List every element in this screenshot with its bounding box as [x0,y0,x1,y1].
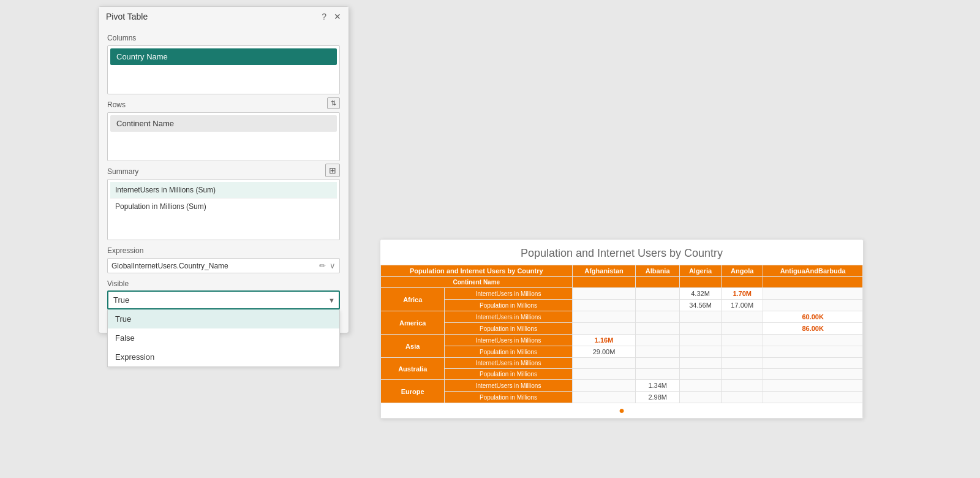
asia-pop-afghanistan: 29.00M [572,346,636,358]
america-pop-angola [722,323,763,335]
asia-internet-label: InternetUsers in Millions [445,335,572,346]
australia-pop-afghanistan [572,369,636,380]
europe-pop-algeria [679,392,721,403]
summary-label: Summary [107,167,138,176]
america-pop-antigua: 86.00K [763,323,863,335]
africa-internet-label: InternetUsers in Millions [445,288,572,300]
visible-section: Visible True False Expression ▼ True Fal… [107,279,340,309]
viz-title: Population and Internet Users by Country [380,240,863,265]
australia-internet-angola [722,358,763,369]
dialog-title: Pivot Table [106,12,148,21]
europe-internet-label: InternetUsers in Millions [445,380,572,392]
col-sub-antigua [763,277,863,288]
america-internet-albania [636,311,680,323]
close-icon[interactable]: ✕ [334,12,341,21]
europe-internet-afghanistan [572,380,636,392]
col-header-afghanistan: Afghanistan [572,265,636,277]
expression-input-wrap: ✏ ∨ [107,258,340,273]
america-internet-antigua: 60.00K [763,311,863,323]
internet-users-summary-item[interactable]: InternetUsers in Millions (Sum) [110,182,337,199]
asia-internet-antigua [763,335,863,346]
visible-label: Visible [107,279,340,288]
africa-internet-algeria: 4.32M [679,288,721,300]
europe-label: Europe [381,380,445,403]
sub-header-continent: Continent Name [381,277,573,288]
asia-internet-albania [636,335,680,346]
expression-section: Expression ✏ ∨ [107,246,340,273]
dropdown-option-expression[interactable]: Expression [108,347,339,366]
table-row-america-internet: America InternetUsers in Millions 60.00K [381,311,863,323]
col-sub-albania [636,277,680,288]
rows-section-header: Rows ⇅ [107,94,340,112]
australia-population-label: Population in Millions [445,369,572,380]
africa-internet-albania [636,288,680,300]
expand-icon[interactable]: ∨ [330,261,336,270]
table-row-europe-internet: Europe InternetUsers in Millions 1.34M [381,380,863,392]
dropdown-options: True False Expression [107,309,340,367]
table-main-header: Population and Internet Users by Country [381,265,573,277]
africa-population-label: Population in Millions [445,300,572,311]
africa-pop-angola: 17.00M [722,300,763,311]
america-pop-algeria [679,323,721,335]
group-button[interactable]: ⊞ [325,164,340,177]
europe-internet-angola [722,380,763,392]
columns-box: Country Name [107,45,340,94]
asia-pop-angola [722,346,763,358]
group-icon: ⊞ [329,165,336,175]
asia-internet-algeria [679,335,721,346]
europe-pop-albania: 2.98M [636,392,680,403]
america-pop-afghanistan [572,323,636,335]
dialog-controls: ? ✕ [322,12,341,21]
africa-internet-angola: 1.70M [722,288,763,300]
australia-pop-angola [722,369,763,380]
australia-pop-antigua [763,369,863,380]
rows-label: Rows [107,101,126,109]
dropdown-option-true[interactable]: True [108,309,339,328]
continent-name-chip[interactable]: Continent Name [110,115,337,132]
asia-pop-albania [636,346,680,358]
asia-pop-algeria [679,346,721,358]
summary-box: InternetUsers in Millions (Sum) Populati… [107,179,340,240]
col-sub-angola [722,277,763,288]
europe-pop-antigua [763,392,863,403]
rows-box: Continent Name [107,112,340,161]
australia-internet-label: InternetUsers in Millions [445,358,572,369]
country-name-chip[interactable]: Country Name [110,48,337,65]
pivot-table: Population and Internet Users by Country… [380,265,863,419]
europe-internet-algeria [679,380,721,392]
australia-internet-antigua [763,358,863,369]
table-header-row-2: Continent Name [381,277,863,288]
edit-icon[interactable]: ✏ [319,261,326,270]
asia-population-label: Population in Millions [445,346,572,358]
australia-pop-algeria [679,369,721,380]
europe-internet-antigua [763,380,863,392]
america-internet-afghanistan [572,311,636,323]
america-label: America [381,311,445,335]
table-row-africa-internet: Africa InternetUsers in Millions 4.32M 1… [381,288,863,300]
dialog-title-bar: Pivot Table ? ✕ [99,7,349,25]
africa-pop-antigua [763,300,863,311]
dropdown-option-false[interactable]: False [108,328,339,347]
table-row-africa-population: Population in Millions 34.56M 17.00M [381,300,863,311]
population-summary-item[interactable]: Population in Millions (Sum) [110,199,337,214]
table-row-asia-population: Population in Millions 29.00M [381,346,863,358]
expression-input[interactable] [111,262,319,270]
europe-pop-afghanistan [572,392,636,403]
america-internet-angola [722,311,763,323]
america-pop-albania [636,323,680,335]
dialog-body: Columns Country Name Rows ⇅ Continent Na… [99,25,349,333]
sort-button[interactable]: ⇅ [327,97,340,109]
summary-section-header: Summary ⊞ [107,161,340,179]
nav-dot[interactable]: ● [381,403,863,419]
col-header-antiguaandbarbuda: AntiguaAndBarbuda [763,265,863,277]
columns-label: Columns [107,34,340,42]
africa-pop-algeria: 34.56M [679,300,721,311]
pivot-dialog: Pivot Table ? ✕ Columns Country Name Row… [98,6,349,333]
visible-select-wrap: True False Expression ▼ True False Expre… [107,290,340,309]
africa-pop-albania [636,300,680,311]
col-header-algeria: Algeria [679,265,721,277]
help-icon[interactable]: ? [322,12,326,21]
table-row-europe-population: Population in Millions 2.98M [381,392,863,403]
visible-select[interactable]: True False Expression [107,290,340,309]
col-sub-afghanistan [572,277,636,288]
